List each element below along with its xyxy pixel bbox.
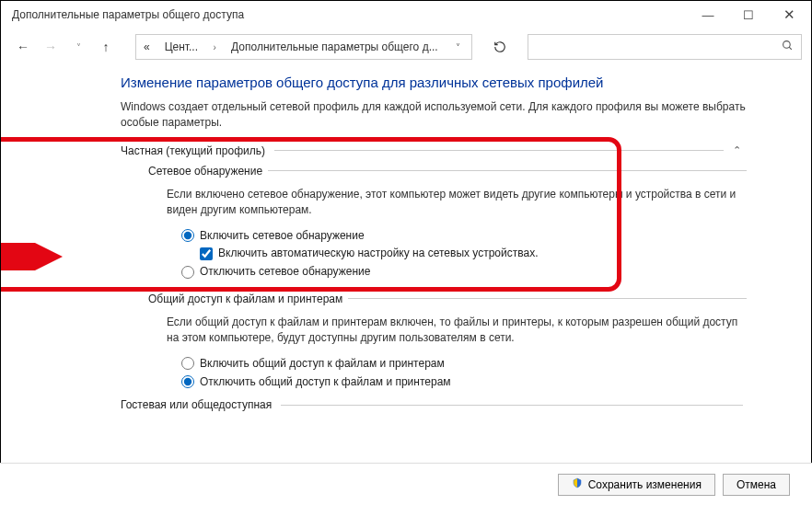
back-button[interactable]: ← <box>10 34 36 60</box>
section-private-title: Частная (текущий профиль) <box>121 144 265 157</box>
group-sharing-title: Общий доступ к файлам и принтерам <box>148 293 342 305</box>
checkbox-auto-setup-label: Включить автоматическую настройку на сет… <box>218 246 539 261</box>
group-network-discovery-header: Сетевое обнаружение <box>148 165 747 178</box>
radio-disable-discovery-label: Отключить сетевое обнаружение <box>200 264 370 280</box>
search-input[interactable] <box>528 34 802 60</box>
minimize-button[interactable]: — <box>688 1 728 29</box>
page-intro: Windows создает отдельный сетевой профил… <box>121 99 747 132</box>
radio-disable-discovery-input[interactable] <box>181 266 194 279</box>
group-network-discovery-desc: Если включено сетевое обнаружение, этот … <box>167 187 747 219</box>
page-heading: Изменение параметров общего доступа для … <box>121 75 747 90</box>
radio-enable-sharing-label: Включить общий доступ к файлам и принтер… <box>200 356 445 372</box>
search-icon <box>782 40 794 54</box>
radio-enable-discovery[interactable]: Включить сетевое обнаружение <box>181 228 747 244</box>
shield-icon <box>572 477 583 491</box>
section-guest-header[interactable]: Гостевая или общедоступная <box>121 398 747 411</box>
cancel-button-label: Отмена <box>737 478 776 491</box>
divider <box>268 170 747 171</box>
forward-button[interactable]: → <box>38 34 64 60</box>
svg-point-0 <box>783 41 791 49</box>
radio-disable-sharing-label: Отключить общий доступ к файлам и принте… <box>200 374 451 390</box>
radio-disable-sharing-input[interactable] <box>181 375 194 388</box>
divider <box>281 405 743 406</box>
recent-button[interactable]: ˅ <box>65 34 91 60</box>
radio-enable-discovery-input[interactable] <box>181 229 194 242</box>
breadcrumb[interactable]: « Цент... › Дополнительные параметры общ… <box>135 34 472 60</box>
up-button[interactable]: ↑ <box>93 34 119 60</box>
group-sharing-header: Общий доступ к файлам и принтерам <box>148 293 747 305</box>
section-private-header[interactable]: Частная (текущий профиль) ⌃ <box>121 144 747 157</box>
checkbox-auto-setup[interactable]: Включить автоматическую настройку на сет… <box>200 246 747 261</box>
cancel-button[interactable]: Отмена <box>723 474 790 496</box>
radio-enable-sharing[interactable]: Включить общий доступ к файлам и принтер… <box>181 356 747 372</box>
checkbox-auto-setup-input[interactable] <box>200 247 213 260</box>
group-sharing-desc: Если общий доступ к файлам и принтерам в… <box>167 315 747 347</box>
radio-enable-discovery-label: Включить сетевое обнаружение <box>200 228 365 244</box>
breadcrumb-dropdown[interactable]: ˅ <box>446 42 471 52</box>
radio-disable-sharing[interactable]: Отключить общий доступ к файлам и принте… <box>181 374 747 390</box>
breadcrumb-seg-1[interactable]: Цент... <box>157 40 205 53</box>
refresh-button[interactable] <box>483 34 516 60</box>
section-guest-title: Гостевая или общедоступная <box>121 398 272 411</box>
chevron-right-icon: › <box>205 42 224 52</box>
svg-line-1 <box>789 47 792 50</box>
breadcrumb-seg-2[interactable]: Дополнительные параметры общего д... <box>224 40 446 53</box>
maximize-button[interactable]: ☐ <box>728 1 769 29</box>
radio-enable-sharing-input[interactable] <box>181 357 194 370</box>
group-network-discovery-title: Сетевое обнаружение <box>148 165 262 178</box>
annotation-arrow-2 <box>0 243 65 270</box>
divider <box>348 298 747 299</box>
chevron-up-icon: ⌃ <box>733 144 747 156</box>
divider <box>274 150 724 151</box>
breadcrumb-prefix: « <box>136 40 157 53</box>
save-button[interactable]: Сохранить изменения <box>558 474 715 496</box>
window-title: Дополнительные параметры общего доступа <box>12 8 688 21</box>
save-button-label: Сохранить изменения <box>588 478 702 491</box>
close-button[interactable]: ✕ <box>769 1 809 29</box>
radio-disable-discovery[interactable]: Отключить сетевое обнаружение <box>181 264 747 280</box>
